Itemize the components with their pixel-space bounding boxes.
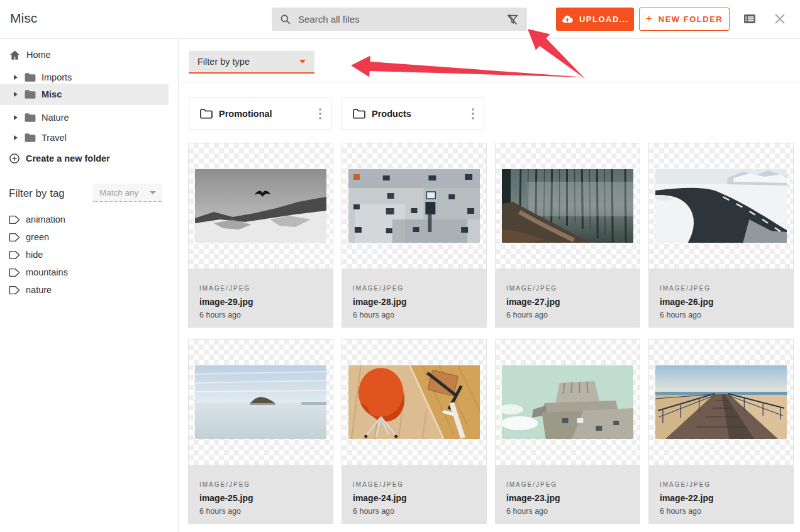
sidebar-item-label: Nature (42, 113, 69, 123)
file-meta: IMAGE/JPEG image-29.jpg 6 hours ago (189, 269, 333, 327)
file-card-image-28[interactable]: IMAGE/JPEG image-28.jpg 6 hours ago (342, 143, 487, 328)
kebab-menu-icon[interactable] (465, 106, 481, 122)
match-any-value: Match any (99, 188, 150, 197)
sidebar-item-label: Imports (42, 72, 72, 82)
thumbnail-foggy-forest (502, 169, 633, 243)
file-meta: IMAGE/JPEG image-26.jpg 6 hours ago (649, 269, 793, 327)
file-card-image-23[interactable]: IMAGE/JPEG image-23.jpg 6 hours ago (495, 339, 640, 524)
folder-outline-icon (352, 108, 366, 119)
folder-card-name: Promotional (219, 109, 312, 119)
chevron-down-icon (150, 191, 156, 194)
file-time: 6 hours ago (506, 311, 629, 319)
filter-by-type-select[interactable]: Filter by type (189, 51, 314, 74)
chevron-right-icon[interactable] (14, 115, 18, 120)
new-folder-button[interactable]: + NEW FOLDER (639, 8, 730, 31)
create-new-folder-button[interactable]: Create a new folder (9, 152, 110, 165)
chevron-right-icon[interactable] (14, 75, 18, 80)
file-thumbnail (496, 143, 640, 269)
filter-by-tag-heading: Filter by tag (9, 187, 65, 200)
file-type: IMAGE/JPEG (199, 285, 322, 292)
search-placeholder: Search all files (298, 14, 506, 25)
file-meta: IMAGE/JPEG image-22.jpg 6 hours ago (649, 465, 793, 523)
tag-label: mountains (26, 267, 68, 277)
filter-bar: Filter by type (179, 38, 800, 82)
thumbnail-mountain-bird (195, 169, 326, 243)
file-type: IMAGE/JPEG (506, 285, 629, 292)
sidebar: Home Imports Misc Nature (0, 38, 179, 532)
tag-item-animation[interactable]: animation (9, 214, 65, 225)
search-icon (279, 13, 292, 26)
file-thumbnail (342, 143, 486, 269)
main-content: Filter by type Promotional Products (179, 38, 800, 532)
file-name: image-22.jpg (660, 493, 782, 503)
folder-card-products[interactable]: Products (342, 97, 484, 130)
filter-by-type-label: Filter by type (197, 57, 299, 67)
file-meta: IMAGE/JPEG image-25.jpg 6 hours ago (189, 465, 333, 523)
tag-label: nature (26, 285, 52, 295)
file-meta: IMAGE/JPEG image-27.jpg 6 hours ago (496, 269, 640, 327)
file-time: 6 hours ago (353, 507, 475, 516)
tag-item-mountains[interactable]: mountains (9, 267, 68, 278)
file-name: image-24.jpg (353, 493, 475, 503)
close-icon[interactable] (772, 11, 787, 26)
chevron-right-icon[interactable] (14, 135, 18, 140)
folder-icon (24, 72, 36, 82)
file-time: 6 hours ago (660, 311, 782, 319)
upload-button[interactable]: UPLOAD... (556, 8, 634, 31)
file-time: 6 hours ago (199, 507, 322, 516)
sidebar-item-label: Travel (42, 133, 67, 143)
thumbnail-desk-chair (348, 365, 480, 439)
header: Misc Search all files UPLOAD... + NEW FO… (0, 0, 800, 39)
file-type: IMAGE/JPEG (506, 481, 629, 488)
sidebar-item-home[interactable]: Home (9, 48, 51, 62)
file-type: IMAGE/JPEG (353, 481, 475, 488)
file-card-image-26[interactable]: IMAGE/JPEG image-26.jpg 6 hours ago (648, 143, 794, 328)
file-card-image-22[interactable]: IMAGE/JPEG image-22.jpg 6 hours ago (648, 339, 794, 524)
file-card-image-25[interactable]: IMAGE/JPEG image-25.jpg 6 hours ago (188, 339, 333, 524)
file-time: 6 hours ago (660, 507, 782, 516)
file-type: IMAGE/JPEG (353, 285, 475, 292)
folder-card-name: Products (372, 109, 465, 119)
tag-icon (9, 215, 20, 224)
tag-item-hide[interactable]: hide (9, 249, 43, 260)
list-view-icon[interactable] (742, 11, 757, 26)
thumbnail-concrete-wall (348, 169, 480, 243)
tag-item-nature[interactable]: nature (9, 284, 52, 296)
file-name: image-27.jpg (506, 297, 629, 307)
folder-icon (24, 113, 36, 123)
file-name: image-23.jpg (506, 493, 629, 503)
file-type: IMAGE/JPEG (199, 481, 322, 488)
upload-label: UPLOAD... (579, 14, 629, 24)
file-card-image-24[interactable]: IMAGE/JPEG image-24.jpg 6 hours ago (342, 339, 487, 524)
file-meta: IMAGE/JPEG image-24.jpg 6 hours ago (342, 465, 486, 523)
file-name: image-29.jpg (199, 297, 322, 307)
search-input[interactable]: Search all files (272, 8, 527, 31)
chevron-right-icon[interactable] (14, 92, 18, 97)
file-thumbnail (496, 340, 640, 465)
kebab-menu-icon[interactable] (312, 106, 328, 122)
sidebar-item-travel[interactable]: Travel (0, 128, 169, 147)
file-meta: IMAGE/JPEG image-28.jpg 6 hours ago (342, 269, 486, 327)
file-time: 6 hours ago (506, 507, 629, 516)
file-card-image-29[interactable]: IMAGE/JPEG image-29.jpg 6 hours ago (188, 143, 333, 328)
tag-item-green[interactable]: green (9, 231, 49, 243)
tag-label: hide (26, 250, 43, 260)
file-time: 6 hours ago (353, 311, 475, 319)
tag-icon (9, 233, 20, 242)
sidebar-item-nature[interactable]: Nature (0, 108, 169, 127)
match-any-select[interactable]: Match any (93, 184, 162, 202)
tag-label: animation (26, 214, 65, 224)
folder-card-promotional[interactable]: Promotional (189, 97, 331, 130)
tag-label: green (26, 232, 49, 242)
plus-circle-icon (9, 153, 20, 164)
file-card-image-27[interactable]: IMAGE/JPEG image-27.jpg 6 hours ago (495, 143, 640, 328)
sidebar-item-misc[interactable]: Misc (0, 84, 169, 105)
file-name: image-25.jpg (199, 493, 322, 503)
media-library-app: Misc Search all files UPLOAD... + NEW FO… (0, 0, 800, 532)
folder-icon (24, 89, 36, 99)
filter-off-icon[interactable] (506, 13, 519, 26)
tag-icon (9, 268, 20, 277)
file-time: 6 hours ago (199, 311, 322, 319)
thumbnail-sea-island (195, 365, 326, 439)
home-icon (9, 49, 21, 61)
